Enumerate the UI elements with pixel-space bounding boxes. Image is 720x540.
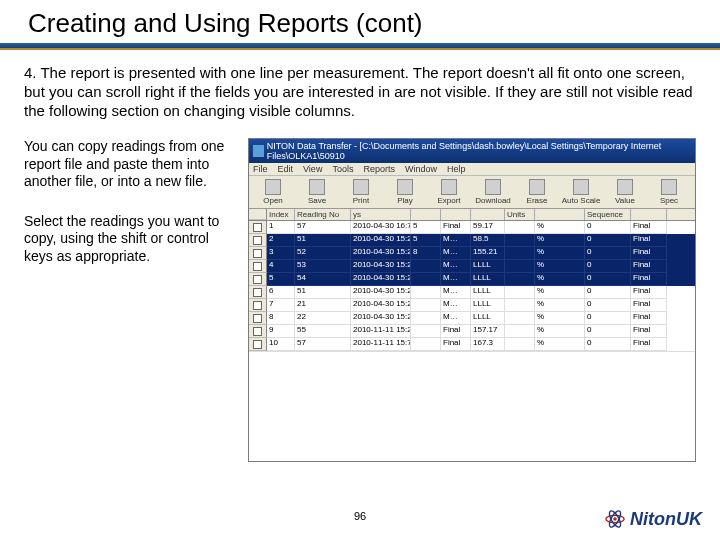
table-row[interactable]: 2512010-04-30 15:25M…58.5%0Final — [249, 234, 695, 247]
row-handle[interactable] — [249, 325, 267, 338]
row-icon — [253, 262, 262, 271]
cell — [411, 312, 441, 325]
cell — [505, 221, 535, 234]
cell: 2 — [267, 234, 295, 247]
row-handle[interactable] — [249, 286, 267, 299]
cell: 4 — [267, 260, 295, 273]
cell: 2010-04-30 15:2 — [351, 260, 411, 273]
menu-item-view[interactable]: View — [303, 164, 322, 174]
toolbar-open-button[interactable]: Open — [253, 179, 293, 205]
play-icon — [397, 179, 413, 195]
toolbar-label: Spec — [660, 196, 678, 205]
row-icon — [253, 327, 262, 336]
cell: 0 — [585, 325, 631, 338]
row-handle[interactable] — [249, 312, 267, 325]
cell — [505, 325, 535, 338]
table-row[interactable]: 3522010-04-30 15:28M…155.21%0Final — [249, 247, 695, 260]
table-row[interactable]: 8222010-04-30 15:2M…LLLL%0Final — [249, 312, 695, 325]
cell: % — [535, 312, 585, 325]
column-header[interactable]: ys — [351, 209, 411, 220]
cell — [411, 286, 441, 299]
cell: Final — [631, 221, 667, 234]
column-header[interactable] — [441, 209, 471, 220]
column-header[interactable] — [631, 209, 667, 220]
table-row[interactable]: 7212010-04-30 15:2M…LLLL%0Final — [249, 299, 695, 312]
cell: % — [535, 247, 585, 260]
menu-item-edit[interactable]: Edit — [278, 164, 294, 174]
download-icon — [485, 179, 501, 195]
column-header[interactable]: Index — [267, 209, 295, 220]
table-row[interactable]: 6512010-04-30 15:2M…LLLL%0Final — [249, 286, 695, 299]
toolbar-value-button[interactable]: Value — [605, 179, 645, 205]
toolbar-spec-button[interactable]: Spec — [649, 179, 689, 205]
cell: 2010-04-30 16:7 — [351, 221, 411, 234]
toolbar-label: Erase — [527, 196, 548, 205]
cell — [505, 247, 535, 260]
menu-item-help[interactable]: Help — [447, 164, 466, 174]
value-icon — [617, 179, 633, 195]
cell — [505, 273, 535, 286]
menu-item-tools[interactable]: Tools — [332, 164, 353, 174]
column-header[interactable] — [411, 209, 441, 220]
cell: 52 — [295, 247, 351, 260]
cell: 10 — [267, 338, 295, 351]
cell — [505, 338, 535, 351]
toolbar-erase-button[interactable]: Erase — [517, 179, 557, 205]
columns-wrap: You can copy readings from one report fi… — [24, 138, 696, 462]
cell: 0 — [585, 247, 631, 260]
column-header[interactable]: Sequence — [585, 209, 631, 220]
cell: Final — [631, 260, 667, 273]
left-column: You can copy readings from one report fi… — [24, 138, 234, 462]
toolbar-export-button[interactable]: Export — [429, 179, 469, 205]
row-handle[interactable] — [249, 221, 267, 234]
cell: 0 — [585, 286, 631, 299]
note-copy: You can copy readings from one report fi… — [24, 138, 234, 191]
row-handle[interactable] — [249, 234, 267, 247]
svg-rect-0 — [253, 145, 264, 157]
cell: % — [535, 338, 585, 351]
row-handle[interactable] — [249, 338, 267, 351]
cell: 0 — [585, 338, 631, 351]
cell: 5 — [411, 234, 441, 247]
toolbar-print-button[interactable]: Print — [341, 179, 381, 205]
column-header[interactable]: Reading No — [295, 209, 351, 220]
column-header[interactable] — [471, 209, 505, 220]
column-header[interactable] — [535, 209, 585, 220]
cell — [411, 299, 441, 312]
column-header[interactable]: Units — [505, 209, 535, 220]
menu-item-window[interactable]: Window — [405, 164, 437, 174]
cell: 51 — [295, 286, 351, 299]
table-row[interactable]: 9552010-11-11 15:2Final157.17%0Final — [249, 325, 695, 338]
cell: 167.3 — [471, 338, 505, 351]
menu-bar: FileEditViewToolsReportsWindowHelp — [249, 163, 695, 176]
cell: Final — [441, 221, 471, 234]
toolbar: OpenSavePrintPlayExportDownloadEraseAuto… — [249, 176, 695, 209]
page-number: 96 — [354, 510, 366, 522]
row-handle[interactable] — [249, 247, 267, 260]
grid-header-row: IndexReading NoysUnitsSequence — [249, 209, 695, 221]
save-icon — [309, 179, 325, 195]
menu-item-reports[interactable]: Reports — [363, 164, 395, 174]
table-row[interactable]: 10572010-11-11 15:7Final167.3%0Final — [249, 338, 695, 351]
table-row[interactable]: 5542010-04-30 15:2M…LLLL%0Final — [249, 273, 695, 286]
row-handle[interactable] — [249, 299, 267, 312]
cell: 0 — [585, 273, 631, 286]
cell: 0 — [585, 221, 631, 234]
brand-text: NitonUK — [630, 509, 702, 530]
cell: 6 — [267, 286, 295, 299]
table-row[interactable]: 1572010-04-30 16:75Final59.17%0Final — [249, 221, 695, 234]
cell — [411, 325, 441, 338]
row-handle[interactable] — [249, 273, 267, 286]
cell: 2010-11-11 15:2 — [351, 325, 411, 338]
toolbar-download-button[interactable]: Download — [473, 179, 513, 205]
row-handle[interactable] — [249, 260, 267, 273]
cell — [411, 338, 441, 351]
toolbar-auto scale-button[interactable]: Auto Scale — [561, 179, 601, 205]
window-title: NITON Data Transfer - [C:\Documents and … — [267, 141, 691, 161]
table-row[interactable]: 4532010-04-30 15:2M…LLLL%0Final — [249, 260, 695, 273]
cell: % — [535, 260, 585, 273]
cell: 1 — [267, 221, 295, 234]
menu-item-file[interactable]: File — [253, 164, 268, 174]
toolbar-save-button[interactable]: Save — [297, 179, 337, 205]
toolbar-play-button[interactable]: Play — [385, 179, 425, 205]
